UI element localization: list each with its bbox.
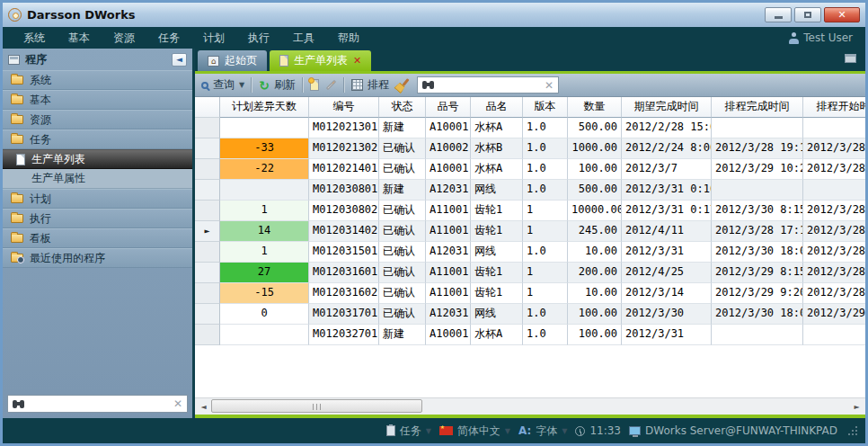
sidebar-item-2[interactable]: 资源 [3,110,192,129]
cell[interactable]: M012021301 [309,118,379,138]
cell[interactable]: 200.00 [568,263,622,283]
toolbar-search-box[interactable]: ✕ [417,76,559,94]
column-header-9[interactable]: 排程开始时间 [803,97,865,118]
close-button[interactable]: ✕ [824,7,860,22]
cell[interactable]: 2012/3/28 10:52 [803,242,865,263]
cell[interactable]: 水杯B [471,138,523,159]
cell[interactable]: 100.00 [568,325,622,345]
cell[interactable]: A12031 [426,180,471,201]
cell[interactable]: 新建 [379,325,426,345]
scrollbar-thumb[interactable] [211,399,422,413]
column-header-5[interactable]: 版本 [523,97,568,118]
cell[interactable]: -33 [220,138,309,159]
horizontal-scrollbar[interactable]: ◄ ► [195,397,865,415]
task-selector[interactable]: 任务 ▼ [386,424,431,439]
cell[interactable]: 2012/3/30 8:15 [712,201,803,221]
cell[interactable]: 齿轮1 [471,221,523,242]
cell[interactable]: 新建 [379,180,426,201]
cell[interactable]: 2012/3/31 [622,325,712,345]
table-row[interactable]: -22M012021401已确认A10001水杯A1.0100.002012/3… [195,159,865,180]
cell[interactable]: 已确认 [379,242,426,263]
sidebar-item-9[interactable]: 最近使用的程序 [3,248,192,268]
cell[interactable] [712,180,803,201]
scroll-right-icon[interactable]: ► [850,400,864,414]
cell[interactable]: 1.0 [523,159,568,180]
refresh-button[interactable]: ↻ 刷新 [259,77,296,93]
cell[interactable]: 已确认 [379,159,426,180]
cell[interactable]: A10001 [426,325,471,345]
table-row[interactable]: M012021301新建A10001水杯A1.0500.002012/2/28 … [195,118,865,138]
cell[interactable]: 2012/2/28 15:00 [622,118,712,138]
tab-0[interactable]: ⌂起始页 [198,50,267,71]
toolbar-search-clear-icon[interactable]: ✕ [545,80,554,91]
minimize-button[interactable] [765,7,792,22]
cell[interactable]: M012021302 [309,138,379,159]
cell[interactable]: A11001 [426,221,471,242]
cell[interactable]: 2012/3/31 0:17 [622,201,712,221]
cell[interactable]: 2012/3/28 19:10 [712,138,803,159]
edit-button[interactable] [325,84,337,86]
cell[interactable]: 齿轮1 [471,283,523,304]
cell[interactable]: 2012/3/28 10:52 [803,263,865,283]
cell[interactable]: 2012/3/29 8:15 [712,263,803,283]
menu-item-2[interactable]: 资源 [102,28,146,49]
cell[interactable]: 2012/3/28 10:52 [803,138,865,159]
table-row[interactable]: -15M012031602已确认A11001齿轮1110.002012/3/14… [195,283,865,304]
cell[interactable]: 齿轮1 [471,263,523,283]
cell[interactable]: 已确认 [379,221,426,242]
cell[interactable]: A10002 [426,138,471,159]
cell[interactable]: 1 [523,201,568,221]
task-caret-icon[interactable]: ▼ [426,427,431,435]
cell[interactable]: 1 [220,242,309,263]
cell[interactable]: 2012/3/30 18:00 [712,304,803,325]
cell[interactable]: 2012/3/14 [622,283,712,304]
cell[interactable]: M012031402 [309,221,379,242]
cell[interactable]: 1.0 [523,138,568,159]
language-caret-icon[interactable]: ▼ [505,427,510,435]
resize-grip[interactable] [847,425,858,436]
cell[interactable]: 已确认 [379,283,426,304]
cell[interactable]: 网线 [471,242,523,263]
language-selector[interactable]: 简体中文 ▼ [439,424,510,439]
sidebar-search-box[interactable]: ✕ [7,395,188,413]
cell[interactable]: 水杯A [471,118,523,138]
cell[interactable]: 2012/3/7 [622,159,712,180]
cell[interactable]: 1000.00 [568,138,622,159]
cell[interactable]: M012031701 [309,304,379,325]
column-header-4[interactable]: 品名 [471,97,523,118]
cell[interactable]: 500.00 [568,118,622,138]
cell[interactable]: 2012/3/29 17:46 [803,304,865,325]
cell[interactable]: 0 [220,304,309,325]
cell[interactable]: 1 [523,263,568,283]
cell[interactable]: M012021401 [309,159,379,180]
cell[interactable]: 水杯A [471,325,523,345]
cell[interactable]: 1.0 [523,325,568,345]
cell[interactable] [803,118,865,138]
cell[interactable] [712,325,803,345]
menu-item-0[interactable]: 系统 [12,28,57,49]
user-badge[interactable]: Test User [789,31,856,44]
font-selector[interactable]: A: 字体 ▼ [518,424,567,439]
menu-item-7[interactable]: 帮助 [326,28,371,49]
cell[interactable] [712,118,803,138]
menu-item-5[interactable]: 执行 [236,28,281,49]
column-header-1[interactable]: 编号 [309,97,379,118]
sidebar-search-input[interactable] [31,397,169,411]
font-caret-icon[interactable]: ▼ [562,427,567,435]
cell[interactable]: 1.0 [523,304,568,325]
table-row[interactable]: -33M012021302已确认A10002水杯B1.01000.002012/… [195,138,865,159]
cell[interactable]: 1.0 [523,118,568,138]
cell[interactable]: 2012/3/29 9:20 [712,283,803,304]
window-list-icon[interactable] [845,54,856,63]
cell[interactable]: A10001 [426,118,471,138]
cell[interactable]: 2012/3/30 18:00 [712,242,803,263]
cell[interactable]: 1 [523,221,568,242]
table-row[interactable]: 1M012031501已确认A12031网线1.010.002012/3/312… [195,242,865,263]
cell[interactable]: 2012/3/28 19:10 [803,159,865,180]
table-row[interactable]: 1M012030802已确认A11001齿轮1110000.002012/3/3… [195,201,865,221]
table-row[interactable]: 27M012031601已确认A11001齿轮11200.002012/4/25… [195,263,865,283]
cell[interactable]: 500.00 [568,180,622,201]
cell[interactable]: 2012/2/24 8:00 [622,138,712,159]
column-header-2[interactable]: 状态 [379,97,426,118]
cell[interactable]: 27 [220,263,309,283]
